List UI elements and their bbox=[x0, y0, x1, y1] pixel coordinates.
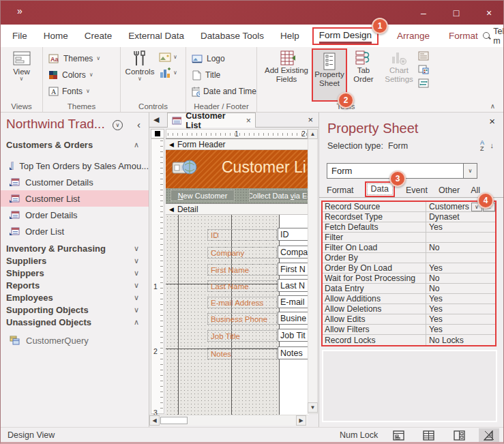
collapse-icon[interactable]: ∧ bbox=[134, 140, 139, 149]
tab-create[interactable]: Create bbox=[80, 31, 117, 41]
nav-item-order-list[interactable]: Order List bbox=[1, 223, 149, 239]
property-row-order-by[interactable]: Order By bbox=[323, 253, 495, 263]
property-row-fetch-defaults[interactable]: Fetch DefaultsYes bbox=[323, 222, 495, 233]
scroll-up-icon[interactable]: ▲ bbox=[308, 129, 318, 139]
nav-item-customer-list[interactable]: Customer List bbox=[1, 190, 149, 207]
property-row-record-locks[interactable]: Record LocksNo Locks bbox=[323, 335, 495, 345]
colors-button[interactable]: Colors∨ bbox=[43, 67, 120, 83]
horizontal-scrollbar[interactable] bbox=[149, 415, 308, 426]
field-textbox-job-title[interactable]: Job Tit bbox=[278, 329, 309, 342]
tab-other[interactable]: Other bbox=[439, 186, 460, 197]
date-time-button[interactable]: Date and Time bbox=[186, 83, 256, 100]
nav-section-inventory[interactable]: Inventory & Purchasing∨ bbox=[1, 242, 149, 254]
tab-arrange[interactable]: Arrange bbox=[392, 31, 434, 41]
field-label-notes[interactable]: Notes bbox=[207, 348, 277, 359]
nav-section-shippers[interactable]: Shippers∨ bbox=[1, 267, 149, 279]
property-row-allow-edits[interactable]: Allow EditsYes bbox=[323, 314, 495, 325]
tab-home[interactable]: Home bbox=[39, 31, 73, 41]
field-label-job-title[interactable]: Job Title bbox=[207, 330, 277, 342]
search-icon[interactable] bbox=[483, 32, 488, 40]
nav-section-unassigned-objects[interactable]: Unassigned Objects∧ bbox=[1, 316, 149, 328]
insert-chart-button[interactable]: ∨ bbox=[159, 68, 177, 78]
form-view-button[interactable] bbox=[388, 428, 409, 443]
document-close-icon[interactable]: × bbox=[308, 115, 313, 125]
scroll-down-icon[interactable]: ▼ bbox=[308, 402, 318, 413]
layout-view-button[interactable] bbox=[449, 428, 469, 443]
field-label-email[interactable]: E-mail Address bbox=[207, 297, 277, 308]
title-button[interactable]: Title bbox=[186, 67, 256, 83]
nav-section-suppliers[interactable]: Suppliers∨ bbox=[1, 254, 149, 267]
property-row-wait-for-post-processing[interactable]: Wait for Post ProcessingNo bbox=[323, 273, 495, 284]
add-existing-fields-button[interactable]: Add ExistingFields bbox=[261, 47, 312, 99]
property-row-recordset-type[interactable]: Recordset TypeDynaset bbox=[323, 212, 495, 222]
nav-title[interactable]: Northwind Trad... bbox=[6, 117, 105, 132]
close-button[interactable]: × bbox=[473, 1, 504, 25]
nav-item-customer-query[interactable]: CustomerQuery bbox=[1, 332, 149, 349]
scroll-right-icon[interactable]: ▶ bbox=[296, 415, 306, 426]
form-header-bar[interactable]: ◀ Form Header bbox=[166, 138, 309, 150]
expand-icon[interactable]: ∨ bbox=[134, 281, 139, 290]
property-row-order-by-on-load[interactable]: Order By On LoadYes bbox=[323, 263, 495, 273]
tab-file[interactable]: File bbox=[8, 31, 32, 41]
property-row-allow-additions[interactable]: Allow AdditionsYes bbox=[323, 294, 495, 304]
minimize-button[interactable]: – bbox=[408, 1, 439, 25]
datasheet-view-button[interactable] bbox=[418, 428, 439, 443]
field-textbox-email[interactable]: E-mail bbox=[278, 295, 309, 308]
tab-database-tools[interactable]: Database Tools bbox=[196, 31, 269, 41]
form-design-surface[interactable]: ◀ Form Header Customer Li New Customer bbox=[166, 138, 309, 415]
document-tab-customer-list[interactable]: Customer List × bbox=[167, 113, 256, 128]
property-row-filter[interactable]: Filter bbox=[323, 233, 495, 243]
property-row-allow-deletions[interactable]: Allow DeletionsYes bbox=[323, 304, 495, 314]
tab-format[interactable]: Format bbox=[444, 31, 483, 41]
tab-data[interactable]: Data 3 bbox=[365, 181, 395, 197]
property-row-filter-on-load[interactable]: Filter On LoadNo bbox=[323, 243, 495, 253]
nav-menu-icon[interactable]: ∨ bbox=[113, 120, 123, 130]
view-button[interactable]: View ∨ bbox=[1, 47, 42, 99]
field-label-company[interactable]: Company bbox=[207, 247, 277, 258]
maximize-button[interactable]: □ bbox=[441, 1, 472, 25]
field-textbox-company[interactable]: Compa bbox=[278, 246, 309, 258]
nav-section-employees[interactable]: Employees∨ bbox=[1, 291, 149, 304]
field-label-id[interactable]: ID bbox=[207, 229, 277, 241]
field-textbox-notes[interactable]: Notes bbox=[278, 346, 309, 359]
expand-icon[interactable]: ∨ bbox=[134, 269, 139, 278]
detail-bar[interactable]: ◀ Detail bbox=[166, 203, 309, 215]
fonts-button[interactable]: A Fonts∨ bbox=[43, 83, 120, 100]
property-row-allow-filters[interactable]: Allow FiltersYes bbox=[323, 325, 495, 335]
tab-help[interactable]: Help bbox=[276, 31, 304, 41]
nav-shutter-icon[interactable]: ‹ bbox=[137, 119, 140, 130]
collapse-icon[interactable]: ∧ bbox=[134, 318, 139, 327]
nav-group-customers-orders[interactable]: Customers & Orders ∧ bbox=[1, 137, 149, 152]
collect-data-button[interactable]: Collect Data via E-m bbox=[249, 190, 309, 201]
tab-format[interactable]: Format bbox=[327, 186, 354, 197]
dropdown-arrow-icon[interactable]: ∨ bbox=[463, 164, 477, 178]
property-row-record-source[interactable]: Record Source Customers ∨ ... bbox=[323, 202, 495, 212]
nav-item-customer-details[interactable]: Customer Details bbox=[1, 174, 149, 190]
tab-scroll-left-icon[interactable]: ◀ bbox=[153, 115, 159, 124]
tab-event[interactable]: Event bbox=[406, 186, 428, 197]
nav-section-supporting-objects[interactable]: Supporting Objects∨ bbox=[1, 304, 149, 316]
property-sheet-close-icon[interactable]: × bbox=[489, 115, 495, 127]
form-selector[interactable] bbox=[151, 129, 164, 138]
form-title-label[interactable]: Customer Li bbox=[222, 158, 306, 177]
controls-button[interactable]: Controls ∨ bbox=[121, 47, 159, 99]
nav-header[interactable]: Northwind Trad... ∨ ‹ bbox=[1, 113, 149, 137]
tab-external-data[interactable]: External Data bbox=[123, 31, 189, 41]
field-textbox-first-name[interactable]: First N bbox=[278, 263, 309, 276]
field-label-last-name[interactable]: Last Name bbox=[207, 280, 277, 292]
expand-icon[interactable]: ∨ bbox=[134, 306, 139, 314]
tab-order-button[interactable]: TabOrder bbox=[347, 47, 380, 99]
field-textbox-last-name[interactable]: Last N bbox=[278, 279, 309, 292]
form-header-section[interactable]: Customer Li bbox=[166, 150, 309, 188]
collapse-ribbon-icon[interactable]: ∧ bbox=[490, 102, 495, 110]
property-sheet-button[interactable]: PropertySheet 2 bbox=[312, 48, 347, 102]
tab-form-design[interactable]: Form Design 1 bbox=[312, 27, 379, 45]
insert-image-button[interactable]: ∨ bbox=[159, 53, 177, 62]
nav-item-order-details[interactable]: Order Details bbox=[1, 207, 149, 223]
tell-me-label[interactable]: Tell m bbox=[493, 27, 504, 46]
expand-icon[interactable]: ∨ bbox=[134, 293, 139, 302]
scroll-left-icon[interactable]: ◀ bbox=[149, 415, 160, 426]
scrollbar-thumb[interactable] bbox=[160, 417, 188, 424]
view-code-icon[interactable] bbox=[418, 65, 429, 74]
new-customer-button[interactable]: New Customer bbox=[171, 190, 235, 201]
